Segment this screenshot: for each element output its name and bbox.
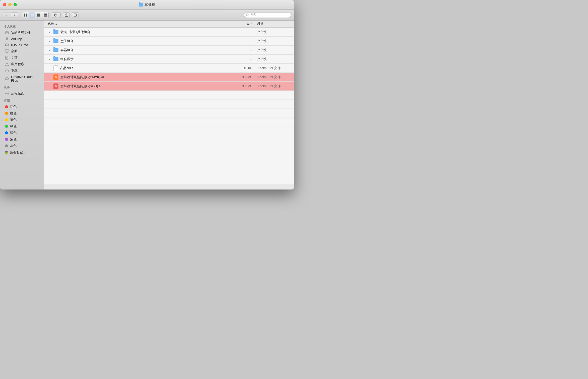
file-list-header: 名称 ▲ 大小 种类 [44, 21, 294, 28]
table-row[interactable]: ▶ Ai 蜜蜂设计规范(初版)(CMYK).ai 3.9 MB Adobe...… [44, 73, 294, 82]
svg-rect-5 [31, 15, 34, 15]
ai-file-icon: Ai [53, 74, 58, 80]
window-title: 3D建模 [139, 3, 155, 7]
sidebar-label-tag-green: 绿色 [10, 124, 17, 129]
file-name-label: 蜜蜂设计规范(初版)(RGB).ai [60, 84, 101, 88]
svg-rect-9 [39, 14, 40, 17]
sidebar-label-tag-orange: 橙色 [10, 111, 17, 116]
sidebar-item-creative-cloud[interactable]: Creative Cloud Files [1, 74, 43, 83]
search-placeholder: 搜索 [250, 13, 256, 17]
sidebar-item-tag-orange[interactable]: 橙色 [1, 110, 43, 117]
view-column-button[interactable] [35, 12, 42, 18]
sidebar-label-tag-blue: 蓝色 [10, 131, 17, 135]
file-name-cell: ▶ 容器组合 [48, 48, 232, 52]
table-row[interactable]: ▶ 容器组合 -- 文件夹 [44, 46, 294, 55]
file-list: 名称 ▲ 大小 种类 ▶ 袋装+卡装+其他组合 -- 文件夹 ▶ [44, 21, 294, 189]
sidebar-item-tag-blue[interactable]: 蓝色 [1, 130, 43, 136]
file-kind-cell: 文件夹 [252, 48, 290, 52]
sidebar-label-icloud: iCloud Drive [11, 43, 29, 47]
minimize-button[interactable] [8, 3, 12, 6]
sidebar-item-tag-gray[interactable]: 灰色 [1, 143, 43, 149]
sidebar-item-documents[interactable]: 文稿 [1, 54, 43, 61]
sidebar-label-tag-all: 所有标记... [10, 150, 26, 155]
folder-icon [53, 48, 58, 52]
sidebar-item-tag-purple[interactable]: 紫色 [1, 136, 43, 143]
main-content: 个人收藏 我的所有文件 AirDrop iCloud Drive 桌面 [0, 21, 294, 189]
file-name-cell: ▶ 盒子组合 [48, 39, 232, 43]
svg-point-31 [6, 92, 9, 95]
path-button[interactable] [72, 12, 79, 18]
back-button[interactable]: ‹ [3, 12, 10, 18]
sidebar-item-applications[interactable]: 应用程序 [1, 61, 43, 67]
table-row-empty [44, 91, 294, 100]
traffic-lights [3, 3, 17, 6]
action-button[interactable]: ▾ [52, 12, 61, 18]
table-row[interactable]: ▶ 盒子组合 -- 文件夹 [44, 37, 294, 46]
close-button[interactable] [3, 3, 6, 6]
column-size-header[interactable]: 大小 [232, 22, 252, 26]
table-row[interactable]: ▶ 组合展示 -- 文件夹 [44, 55, 294, 64]
sidebar-label-applications: 应用程序 [11, 62, 24, 66]
sidebar-label-creative-cloud: Creative Cloud Files [11, 75, 39, 82]
sidebar-item-downloads[interactable]: 下载 [1, 67, 43, 74]
expand-arrow[interactable]: ▶ [48, 39, 51, 43]
view-icon-button[interactable] [22, 12, 29, 18]
expand-arrow[interactable]: ▶ [48, 48, 51, 52]
file-name-cell: ▶ 产品ai8.ai [48, 65, 232, 71]
table-row[interactable]: ▶ 产品ai8.ai 315 KB Adobe...tor 文件 [44, 64, 294, 73]
sidebar-item-desktop[interactable]: 桌面 [1, 48, 43, 54]
sidebar-item-tag-red[interactable]: 红色 [1, 104, 43, 110]
svg-rect-3 [26, 15, 27, 17]
ai-file-icon-red: Ai [53, 83, 58, 89]
sidebar-item-all-files[interactable]: 我的所有文件 [1, 29, 43, 36]
column-kind-header[interactable]: 种类 [252, 22, 290, 26]
file-size-cell: 3.1 MB [232, 84, 252, 88]
file-name-label: 容器组合 [60, 48, 74, 52]
file-name-cell: ▶ 袋装+卡装+其他组合 [48, 30, 232, 34]
view-gallery-button[interactable] [42, 12, 48, 18]
empty-area [44, 154, 294, 184]
expand-arrow[interactable]: ▶ [48, 57, 51, 61]
folder-icon [53, 57, 58, 61]
share-button[interactable] [63, 12, 70, 18]
file-size-cell: -- [232, 57, 252, 61]
icloud-icon [5, 43, 9, 47]
file-name-cell: ▶ Ai 蜜蜂设计规范(初版)(CMYK).ai [48, 74, 232, 80]
file-kind-cell: 文件夹 [252, 39, 290, 43]
maximize-button[interactable] [14, 3, 17, 6]
sidebar: 个人收藏 我的所有文件 AirDrop iCloud Drive 桌面 [0, 21, 44, 189]
svg-rect-7 [37, 14, 38, 17]
file-name-cell: ▶ 组合展示 [48, 57, 232, 61]
file-kind-cell: Adobe...tor 文件 [252, 75, 290, 79]
file-kind-cell: 文件夹 [252, 30, 290, 34]
table-row-empty [44, 136, 294, 145]
forward-button[interactable]: › [11, 12, 18, 18]
view-list-button[interactable] [29, 12, 35, 18]
sidebar-item-optical[interactable]: 远程光盘 [1, 90, 43, 97]
svg-rect-8 [38, 14, 39, 17]
table-row[interactable]: ▶ 袋装+卡装+其他组合 -- 文件夹 [44, 28, 294, 37]
folder-title-icon [139, 3, 143, 7]
sidebar-item-tag-green[interactable]: 绿色 [1, 123, 43, 130]
tags-label: 标记 [0, 97, 44, 104]
svg-rect-22 [5, 50, 9, 52]
svg-rect-4 [31, 14, 34, 14]
sidebar-item-tag-all[interactable]: 所有标记... [1, 149, 43, 156]
tag-yellow-dot [5, 118, 8, 121]
column-name-header[interactable]: 名称 ▲ [48, 22, 232, 26]
sidebar-item-tag-yellow[interactable]: 黄色 [1, 117, 43, 123]
downloads-icon [5, 69, 9, 73]
file-size-cell: 3.9 MB [232, 75, 252, 79]
table-row[interactable]: ▶ Ai 蜜蜂设计规范(初版)(RGB).ai 3.1 MB Adobe...t… [44, 82, 294, 91]
search-box[interactable]: 搜索 [244, 12, 291, 18]
sidebar-item-icloud[interactable]: iCloud Drive [1, 42, 43, 48]
file-size-cell: -- [232, 30, 252, 34]
sidebar-label-tag-purple: 紫色 [10, 137, 17, 142]
sidebar-item-airdrop[interactable]: AirDrop [1, 36, 43, 42]
table-row-empty [44, 109, 294, 118]
sort-arrow: ▲ [55, 23, 57, 25]
creative-cloud-icon [5, 77, 9, 81]
file-name-label: 盒子组合 [60, 39, 74, 43]
tag-orange-dot [5, 112, 8, 115]
expand-arrow[interactable]: ▶ [48, 30, 51, 34]
